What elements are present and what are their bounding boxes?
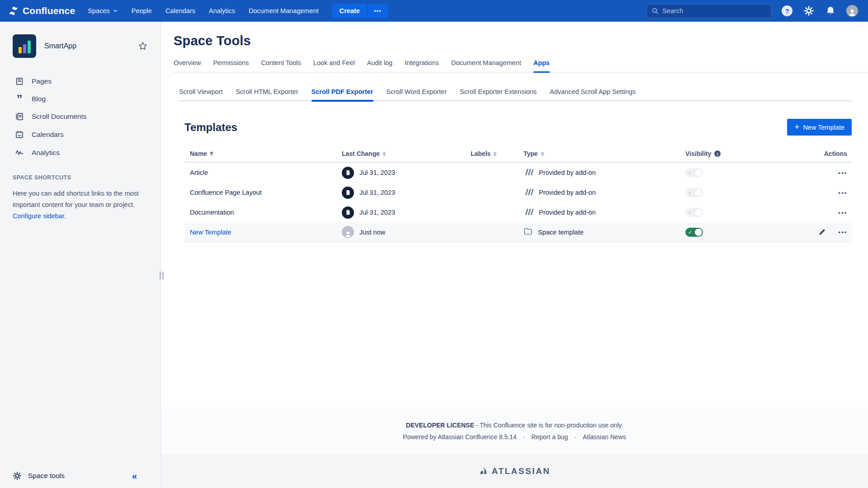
template-name: Documentation [184, 209, 342, 216]
footer-links: Powered by Atlassian Confluence 8.5.14 ·… [403, 433, 626, 441]
tab-apps[interactable]: Apps [533, 59, 550, 73]
collapse-sidebar-button[interactable]: « [132, 471, 137, 480]
plus-icon: + [794, 122, 799, 132]
configure-sidebar-link[interactable]: Configure sidebar [13, 212, 64, 220]
nav-document-management[interactable]: Document Management [249, 7, 319, 14]
sidebar-item-blog[interactable]: ” Blog [13, 91, 148, 107]
sidebar-item-label: Blog [32, 95, 46, 103]
scroll-documents-icon [14, 112, 24, 121]
nav-calendars[interactable]: Calendars [165, 7, 195, 14]
top-navbar: Confluence Spaces People Calendars Analy… [0, 0, 868, 22]
tab-content-tools[interactable]: Content Tools [261, 59, 301, 73]
atlassian-news-link[interactable]: Atlassian News [583, 433, 626, 441]
profile-button[interactable] [846, 5, 858, 17]
nav-people[interactable]: People [132, 7, 152, 14]
subtab-advanced-scroll-app-settings[interactable]: Advanced Scroll App Settings [550, 88, 636, 102]
column-header-type[interactable]: Type [524, 150, 685, 157]
subtab-scroll-word-exporter[interactable]: Scroll Word Exporter [387, 88, 447, 102]
sort-icon [382, 151, 386, 156]
tab-audit-log[interactable]: Audit log [367, 59, 392, 73]
type-value: Provided by add-on [539, 189, 596, 196]
sidebar-item-label: Pages [32, 77, 52, 85]
subtab-scroll-exporter-extensions[interactable]: Scroll Exporter Extensions [460, 88, 537, 102]
pdf-addon-avatar [342, 187, 354, 199]
space-header[interactable]: SmartApp [13, 34, 148, 58]
avatar [846, 5, 858, 17]
table-row-selected: New Template Just now Space template ✓ [184, 222, 852, 242]
table-row: Article Jul 31, 2023 Provided by add-on … [184, 163, 852, 183]
create-button[interactable]: Create [332, 4, 367, 18]
more-actions-icon[interactable]: ••• [838, 229, 847, 235]
new-template-button[interactable]: + New Template [787, 119, 852, 136]
subtab-scroll-viewport[interactable]: Scroll Viewport [179, 88, 222, 102]
column-header-labels[interactable]: Labels [471, 150, 524, 157]
last-change-value: Jul 31, 2023 [359, 189, 395, 196]
navbar-right: ? [646, 4, 858, 18]
sidebar-footer: Space tools « [0, 464, 160, 488]
shortcuts-text-period: . [64, 212, 66, 220]
create-more-button[interactable]: ••• [367, 4, 388, 18]
sidebar-item-scroll-documents[interactable]: Scroll Documents [13, 108, 148, 125]
search-icon [651, 7, 659, 14]
license-text: - This Confluence site is for non-produc… [474, 422, 623, 429]
settings-button[interactable] [803, 5, 815, 17]
page-title: Space Tools [174, 33, 868, 48]
edit-pencil-icon[interactable] [818, 228, 826, 236]
templates-table: Name Last Change Labels Type Visibilityi… [184, 145, 852, 242]
sort-icon [210, 151, 213, 156]
visibility-toggle[interactable]: ✓ [685, 188, 703, 197]
sidebar-item-pages[interactable]: Pages [13, 73, 148, 89]
template-name-link[interactable]: New Template [190, 229, 231, 236]
info-icon[interactable]: i [714, 150, 721, 157]
chevron-down-icon [113, 8, 118, 14]
space-avatar-icon [13, 34, 36, 58]
space-name: SmartApp [44, 42, 130, 50]
column-header-actions: Actions [807, 150, 852, 157]
visibility-toggle[interactable]: ✓ [685, 228, 703, 237]
tab-permissions[interactable]: Permissions [213, 59, 249, 73]
nav-analytics[interactable]: Analytics [209, 7, 235, 14]
visibility-toggle[interactable]: ✓ [685, 208, 703, 217]
sidebar-item-analytics[interactable]: Analytics [13, 145, 148, 161]
help-button[interactable]: ? [781, 5, 793, 17]
template-name: Confluence Page Layout [184, 189, 342, 196]
more-actions-icon[interactable]: ••• [838, 169, 847, 176]
tab-integrations[interactable]: Integrations [405, 59, 439, 73]
tab-document-management[interactable]: Document Management [451, 59, 521, 73]
brand-name: Confluence [23, 5, 75, 16]
license-line: DEVELOPER LICENSE - This Confluence site… [406, 422, 623, 429]
footer-separator: · [574, 433, 576, 441]
subtab-scroll-html-exporter[interactable]: Scroll HTML Exporter [236, 88, 298, 102]
calendars-icon [14, 130, 24, 139]
create-button-group: Create ••• [332, 4, 388, 18]
confluence-logo-icon [8, 5, 19, 16]
template-name: Article [184, 169, 342, 176]
last-change-value: Jul 31, 2023 [359, 209, 395, 216]
confluence-app: Confluence Spaces People Calendars Analy… [0, 0, 868, 488]
space-shortcuts-text: Here you can add shortcut links to the m… [13, 188, 145, 222]
sidebar-item-calendars[interactable]: Calendars [13, 127, 148, 143]
tab-overview[interactable]: Overview [174, 59, 201, 73]
more-actions-icon[interactable]: ••• [838, 189, 847, 196]
space-tools-gear-icon [13, 471, 22, 480]
search-box[interactable] [646, 4, 771, 18]
column-header-last-change[interactable]: Last Change [342, 150, 471, 157]
shortcuts-text-body: Here you can add shortcut links to the m… [13, 190, 139, 208]
more-actions-icon[interactable]: ••• [838, 209, 847, 216]
favorite-star-icon[interactable] [138, 41, 148, 51]
tab-look-and-feel[interactable]: Look and Feel [313, 59, 355, 73]
sort-icon [493, 151, 497, 156]
column-header-name[interactable]: Name [184, 150, 342, 157]
space-shortcuts-title: SPACE SHORTCUTS [13, 174, 148, 181]
sidebar-resize-handle[interactable] [160, 272, 164, 279]
confluence-home-link[interactable]: Confluence [8, 5, 75, 16]
search-input[interactable] [662, 7, 766, 14]
nav-spaces[interactable]: Spaces [88, 7, 118, 14]
addon-strokes-icon [524, 208, 533, 217]
report-a-bug-link[interactable]: Report a bug [531, 433, 568, 441]
table-row: Documentation Jul 31, 2023 Provided by a… [184, 202, 852, 222]
subtab-scroll-pdf-exporter[interactable]: Scroll PDF Exporter [311, 88, 373, 102]
notifications-button[interactable] [825, 5, 836, 17]
space-tools-label[interactable]: Space tools [28, 472, 65, 480]
visibility-toggle[interactable]: ✓ [685, 168, 703, 177]
